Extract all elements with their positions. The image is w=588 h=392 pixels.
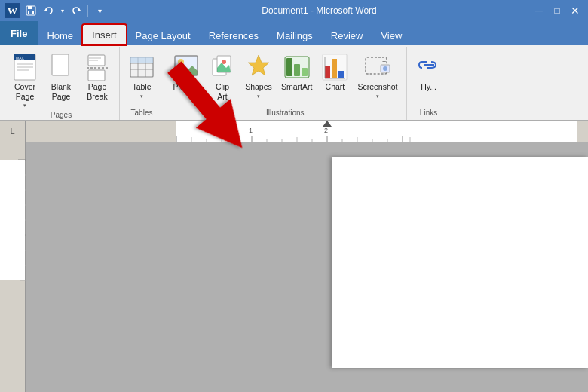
ribbon-group-tables: Table ▾ Tables <box>120 47 164 120</box>
svg-rect-27 <box>138 57 145 63</box>
screenshot-arrow: ▾ <box>376 93 379 100</box>
save-button[interactable] <box>23 2 39 19</box>
chart-label: Chart <box>326 82 345 92</box>
cover-page-arrow: ▾ <box>23 103 26 109</box>
tab-view[interactable]: View <box>372 26 411 45</box>
app-icon: W <box>5 3 20 18</box>
minimize-button[interactable]: ─ <box>531 2 547 19</box>
ruler-area: L 1 2 <box>0 121 588 142</box>
svg-text:W: W <box>8 5 17 17</box>
page-break-icon <box>84 54 111 81</box>
window-title: Document1 - Microsoft Word <box>111 5 528 16</box>
svg-rect-45 <box>338 71 344 78</box>
ruler-track: 1 2 <box>26 121 588 142</box>
ruler-gray-right <box>577 121 588 142</box>
links-buttons: Hy... <box>412 48 446 109</box>
illustrations-buttons: Pictur... ClipArt <box>169 48 402 109</box>
picture-button[interactable]: Pictur... <box>169 51 204 94</box>
tab-page-layout[interactable]: Page Layout <box>127 26 200 45</box>
svg-rect-39 <box>286 58 292 76</box>
close-button[interactable]: ✕ <box>567 2 583 19</box>
svg-point-50 <box>383 66 387 71</box>
separator <box>87 5 88 17</box>
shapes-label: Shapes <box>245 82 272 92</box>
ruler-gray-left <box>26 121 176 142</box>
table-label: Table <box>132 82 151 92</box>
smartart-icon <box>283 54 311 81</box>
svg-rect-3 <box>28 6 32 9</box>
blank-page-button[interactable]: BlankPage <box>44 51 78 103</box>
cover-page-icon: MAX <box>11 54 38 81</box>
undo-button[interactable] <box>41 2 57 19</box>
svg-rect-28 <box>145 57 153 63</box>
page-break-button[interactable]: PageBreak <box>80 51 115 103</box>
ribbon-group-illustrations: Pictur... ClipArt <box>164 47 407 120</box>
hyperlink-button[interactable]: Hy... <box>412 51 446 94</box>
svg-text:1: 1 <box>249 127 253 134</box>
table-icon <box>128 54 155 81</box>
svg-text:+: + <box>382 58 386 66</box>
document-page <box>332 157 588 368</box>
tables-group-label: Tables <box>124 109 159 118</box>
hyperlink-label: Hy... <box>421 82 436 92</box>
svg-rect-18 <box>88 70 105 81</box>
ribbon-body: MAX CoverPage ▾ BlankPage <box>0 45 588 121</box>
shapes-icon <box>245 54 272 81</box>
clip-art-label: ClipArt <box>216 82 229 101</box>
svg-rect-41 <box>302 68 308 76</box>
screenshot-icon: + <box>364 54 391 81</box>
pages-group-label: Pages <box>8 111 115 121</box>
tab-review[interactable]: Review <box>322 26 372 45</box>
svg-rect-43 <box>325 66 330 78</box>
customize-dropdown[interactable]: ▾ <box>91 2 108 19</box>
illustrations-group-label: Illustrations <box>169 109 402 118</box>
main-area: 1 <box>0 142 588 392</box>
hyperlink-icon <box>415 54 443 81</box>
svg-marker-72 <box>323 121 332 127</box>
title-bar: W ▾ ▾ Document1 - Microsoft <box>0 0 588 21</box>
tab-mailings[interactable]: Mailings <box>268 26 322 45</box>
tab-insert[interactable]: Insert <box>82 24 127 45</box>
ribbon-tabs: File Home Insert Page Layout References … <box>0 21 588 45</box>
screenshot-button[interactable]: + Screenshot ▾ <box>354 51 401 102</box>
tables-buttons: Table ▾ <box>124 48 159 109</box>
vertical-ruler: 1 <box>0 142 26 392</box>
tab-references[interactable]: References <box>200 26 268 45</box>
smartart-button[interactable]: SmartArt <box>277 51 316 94</box>
ruler-left-marker: L <box>0 121 26 142</box>
blank-page-icon <box>47 54 75 81</box>
maximize-button[interactable]: □ <box>549 2 565 19</box>
redo-button[interactable] <box>68 2 84 19</box>
tab-home[interactable]: Home <box>38 26 82 45</box>
page-break-label: PageBreak <box>87 82 107 101</box>
chart-button[interactable]: Chart <box>317 51 352 94</box>
document-canvas[interactable] <box>26 142 588 392</box>
v-ruler-white <box>0 160 25 280</box>
links-group-label: Links <box>412 109 446 118</box>
screenshot-label: Screenshot <box>357 82 397 92</box>
tab-file[interactable]: File <box>0 21 38 45</box>
table-button[interactable]: Table ▾ <box>124 51 159 102</box>
undo-dropdown[interactable]: ▾ <box>59 2 66 19</box>
clip-art-icon <box>209 54 236 81</box>
window-controls: ─ □ ✕ <box>531 2 583 19</box>
chart-icon <box>321 54 348 81</box>
shapes-button[interactable]: Shapes ▾ <box>241 51 276 102</box>
shapes-arrow: ▾ <box>257 93 260 100</box>
svg-text:MAX: MAX <box>16 56 25 60</box>
svg-rect-26 <box>130 57 138 63</box>
svg-marker-37 <box>248 55 269 75</box>
ribbon-group-pages: MAX CoverPage ▾ BlankPage <box>3 47 120 120</box>
cover-page-button[interactable]: MAX CoverPage ▾ <box>8 51 42 111</box>
quick-access-toolbar: ▾ ▾ <box>23 2 108 19</box>
svg-text:2: 2 <box>324 127 328 134</box>
smartart-label: SmartArt <box>281 82 312 92</box>
picture-label: Pictur... <box>173 82 199 92</box>
svg-rect-5 <box>29 11 32 14</box>
pages-buttons: MAX CoverPage ▾ BlankPage <box>8 48 115 111</box>
clip-art-button[interactable]: ClipArt <box>205 51 240 103</box>
table-arrow: ▾ <box>140 93 143 100</box>
svg-rect-40 <box>294 64 300 76</box>
cover-page-label: CoverPage <box>14 82 35 101</box>
svg-rect-44 <box>332 59 337 78</box>
